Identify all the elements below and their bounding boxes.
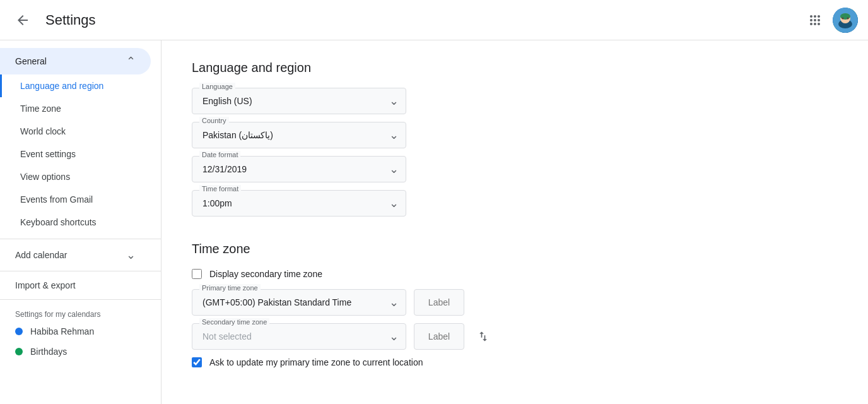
sidebar-divider-2 <box>0 271 161 271</box>
my-calendars-label: Settings for my calendars <box>0 302 161 321</box>
swap-timezones-button[interactable] <box>472 325 495 348</box>
svg-point-5 <box>847 17 849 19</box>
language-region-section: Language and region Language English (US… <box>192 61 838 217</box>
apps-button[interactable] <box>802 8 828 33</box>
ask-update-label[interactable]: Ask to update my primary time zone to cu… <box>209 357 423 367</box>
sidebar-item-event-settings[interactable]: Event settings <box>0 143 151 165</box>
time-zone-section: Time zone Display secondary time zone Pr… <box>192 242 838 367</box>
avatar-image <box>833 8 858 33</box>
general-group-header[interactable]: General ⌃ <box>0 48 151 74</box>
apps-icon <box>807 13 823 28</box>
main-content: Language and region Language English (US… <box>161 40 868 404</box>
calendar-item-habiba-rehman[interactable]: Habiba Rehman <box>0 321 161 342</box>
calendar-label-habiba-rehman: Habiba Rehman <box>30 326 94 336</box>
primary-tz-select[interactable]: (GMT+05:00) Pakistan Standard Time <box>192 289 406 316</box>
language-label: Language <box>199 83 235 90</box>
language-select-wrapper: Language English (US) ⌄ <box>192 88 406 114</box>
general-label: General <box>15 56 47 66</box>
date-format-select[interactable]: 12/31/2019 <box>192 156 406 182</box>
time-zone-title: Time zone <box>192 242 838 256</box>
general-section: General ⌃ Language and regionTime zoneWo… <box>0 45 161 236</box>
chevron-up-icon: ⌃ <box>126 54 136 68</box>
sidebar-item-view-options[interactable]: View options <box>0 165 151 188</box>
swap-vert-icon <box>477 330 490 343</box>
time-format-form-group: Time format 1:00pm ⌄ <box>192 190 838 217</box>
calendar-item-birthdays[interactable]: Birthdays <box>0 342 161 362</box>
country-select-wrapper: Country Pakistan (پاکستان) ⌄ <box>192 122 406 148</box>
add-calendar-label: Add calendar <box>15 250 67 260</box>
date-format-form-group: Date format 12/31/2019 ⌄ <box>192 156 838 182</box>
import-export-label: Import & export <box>15 280 76 290</box>
back-arrow-icon <box>15 13 30 28</box>
country-select[interactable]: Pakistan (پاکستان) <box>192 122 406 148</box>
calendar-dot-habiba-rehman <box>15 328 23 335</box>
secondary-tz-select-wrapper: Secondary time zone Not selected ⌄ <box>192 323 406 350</box>
header-right <box>802 8 858 33</box>
time-format-label: Time format <box>199 185 241 193</box>
user-avatar[interactable] <box>833 8 858 33</box>
sidebar-item-language-and-region[interactable]: Language and region <box>0 74 151 97</box>
primary-tz-label-input[interactable] <box>414 289 464 316</box>
sidebar: General ⌃ Language and regionTime zoneWo… <box>0 40 161 404</box>
language-region-title: Language and region <box>192 61 838 75</box>
secondary-tz-select[interactable]: Not selected <box>192 323 406 350</box>
date-format-select-wrapper: Date format 12/31/2019 ⌄ <box>192 156 406 182</box>
sidebar-divider-3 <box>0 299 161 300</box>
calendar-dot-birthdays <box>15 348 23 355</box>
chevron-down-icon: ⌄ <box>126 248 136 262</box>
sidebar-item-keyboard-shortcuts[interactable]: Keyboard shortcuts <box>0 211 151 234</box>
display-secondary-row: Display secondary time zone <box>192 269 838 279</box>
display-secondary-label[interactable]: Display secondary time zone <box>209 269 322 279</box>
secondary-tz-label: Secondary time zone <box>199 318 269 326</box>
main-layout: General ⌃ Language and regionTime zoneWo… <box>0 40 868 404</box>
add-calendar-item[interactable]: Add calendar ⌄ <box>0 242 151 268</box>
page-title: Settings <box>45 12 96 28</box>
sidebar-item-world-clock[interactable]: World clock <box>0 120 151 143</box>
date-format-label: Date format <box>199 151 240 158</box>
import-export-item[interactable]: Import & export <box>0 274 151 297</box>
country-form-group: Country Pakistan (پاکستان) ⌄ <box>192 122 838 148</box>
avatar-illustration <box>833 8 858 33</box>
sidebar-item-events-from-gmail[interactable]: Events from Gmail <box>0 188 151 211</box>
display-secondary-checkbox[interactable] <box>192 269 202 279</box>
language-select[interactable]: English (US) <box>192 88 406 114</box>
ask-update-row: Ask to update my primary time zone to cu… <box>192 357 838 367</box>
svg-point-3 <box>840 13 850 20</box>
sidebar-divider-1 <box>0 239 161 239</box>
primary-tz-row: Primary time zone (GMT+05:00) Pakistan S… <box>192 289 838 316</box>
nav-items: Language and regionTime zoneWorld clockE… <box>0 74 161 234</box>
ask-update-checkbox[interactable] <box>192 357 202 367</box>
header-left: Settings <box>10 8 96 33</box>
calendar-label-birthdays: Birthdays <box>30 347 67 357</box>
primary-tz-label: Primary time zone <box>199 284 261 292</box>
language-form-group: Language English (US) ⌄ <box>192 88 838 114</box>
svg-point-4 <box>842 17 844 19</box>
secondary-tz-label-input[interactable] <box>414 323 464 350</box>
back-button[interactable] <box>10 8 35 33</box>
primary-tz-select-wrapper: Primary time zone (GMT+05:00) Pakistan S… <box>192 289 406 316</box>
country-label: Country <box>199 117 229 124</box>
calendars-list: Habiba RehmanBirthdays <box>0 321 161 362</box>
sidebar-item-time-zone[interactable]: Time zone <box>0 97 151 120</box>
time-format-select-wrapper: Time format 1:00pm ⌄ <box>192 190 406 217</box>
header: Settings <box>0 0 868 40</box>
time-format-select[interactable]: 1:00pm <box>192 190 406 217</box>
secondary-tz-row: Secondary time zone Not selected ⌄ <box>192 323 838 350</box>
